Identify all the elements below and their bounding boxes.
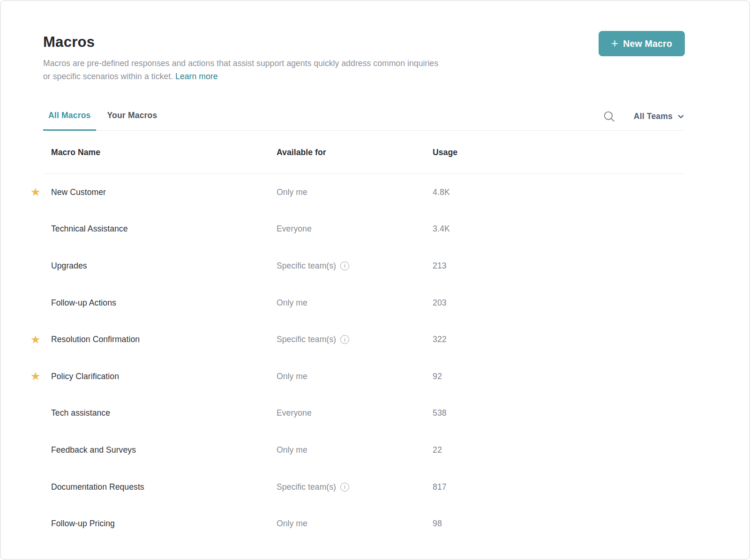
usage-cell: 92 (433, 372, 685, 381)
description-line-1: Macros are pre-defined responses and act… (43, 57, 438, 70)
available-for-value: Only me (277, 187, 308, 197)
available-for-cell: Specific team(s)i (277, 335, 433, 344)
macro-name-cell: Technical Assistance (43, 224, 277, 234)
learn-more-link[interactable]: Learn more (175, 72, 218, 81)
team-filter-value: All Teams (634, 112, 673, 121)
new-macro-button[interactable]: + New Macro (599, 31, 685, 56)
chevron-down-icon (677, 112, 685, 120)
table-row[interactable]: Tech assistanceEveryone538 (43, 395, 685, 432)
macro-name-cell: Resolution Confirmation (43, 335, 277, 344)
macros-table: Macro Name Available for Usage ★New Cust… (43, 131, 685, 542)
favorite-star-icon[interactable]: ★ (30, 334, 41, 345)
tab-all-macros[interactable]: All Macros (43, 110, 96, 131)
search-button[interactable] (603, 110, 615, 123)
available-for-value: Specific team(s) (277, 482, 336, 492)
available-for-cell: Only me (277, 445, 433, 455)
page-title: Macros (43, 34, 438, 51)
macro-name-cell: Policy Clarification (43, 372, 277, 381)
header-text-block: Macros Macros are pre-defined responses … (43, 31, 438, 83)
available-for-value: Everyone (277, 408, 312, 418)
table-row[interactable]: Feedback and SurveysOnly me22 (43, 432, 685, 469)
table-row[interactable]: ★Resolution ConfirmationSpecific team(s)… (43, 321, 685, 358)
column-header-available-for: Available for (277, 148, 433, 157)
macro-name-cell: Tech assistance (43, 408, 277, 418)
table-body: ★New CustomerOnly me4.8KTechnical Assist… (43, 174, 685, 542)
available-for-value: Specific team(s) (277, 335, 336, 344)
table-row[interactable]: ★New CustomerOnly me4.8K (43, 174, 685, 211)
usage-cell: 538 (433, 408, 685, 418)
available-for-cell: Only me (277, 372, 433, 381)
usage-cell: 98 (433, 519, 685, 529)
available-for-value: Only me (277, 372, 308, 381)
usage-cell: 22 (433, 445, 685, 455)
macro-name-cell: Upgrades (43, 261, 277, 271)
usage-cell: 203 (433, 298, 685, 308)
table-row[interactable]: ★Policy ClarificationOnly me92 (43, 358, 685, 395)
column-header-usage: Usage (433, 148, 685, 157)
usage-cell: 213 (433, 261, 685, 271)
favorite-star-icon[interactable]: ★ (30, 187, 41, 198)
toolbar-right: All Teams (603, 110, 685, 130)
page-description: Macros are pre-defined responses and act… (43, 57, 438, 83)
search-icon (603, 110, 615, 123)
table-row[interactable]: Follow-up PricingOnly me98 (43, 505, 685, 542)
info-icon[interactable]: i (340, 261, 349, 270)
available-for-cell: Everyone (277, 224, 433, 234)
toolbar: All MacrosYour Macros All Teams (43, 110, 685, 131)
usage-cell: 4.8K (433, 187, 685, 197)
macros-page: Macros Macros are pre-defined responses … (0, 0, 750, 560)
macro-name-cell: Follow-up Pricing (43, 519, 277, 529)
usage-cell: 817 (433, 482, 685, 492)
macro-name-cell: Feedback and Surveys (43, 445, 277, 455)
usage-cell: 3.4K (433, 224, 685, 234)
table-header-row: Macro Name Available for Usage (43, 131, 685, 174)
usage-cell: 322 (433, 335, 685, 344)
macro-name-cell: New Customer (43, 187, 277, 197)
available-for-cell: Only me (277, 298, 433, 308)
page-header: Macros Macros are pre-defined responses … (43, 1, 685, 83)
available-for-value: Everyone (277, 224, 312, 234)
table-row[interactable]: Documentation RequestsSpecific team(s)i8… (43, 469, 685, 506)
macro-name-cell: Follow-up Actions (43, 298, 277, 308)
plus-icon: + (611, 37, 618, 49)
column-header-macro-name: Macro Name (43, 148, 277, 157)
available-for-value: Only me (277, 445, 308, 455)
available-for-cell: Specific team(s)i (277, 482, 433, 492)
available-for-value: Only me (277, 298, 308, 308)
available-for-value: Only me (277, 519, 308, 529)
description-line-2: or specific scenarios within a ticket. (43, 72, 173, 81)
table-row[interactable]: Technical AssistanceEveryone3.4K (43, 211, 685, 248)
new-macro-button-label: New Macro (623, 38, 672, 49)
available-for-cell: Only me (277, 187, 433, 197)
tab-your-macros[interactable]: Your Macros (102, 110, 163, 131)
info-icon[interactable]: i (340, 483, 349, 492)
team-filter-dropdown[interactable]: All Teams (634, 112, 685, 121)
table-row[interactable]: Follow-up ActionsOnly me203 (43, 284, 685, 321)
tab-bar: All MacrosYour Macros (43, 110, 162, 130)
table-row[interactable]: UpgradesSpecific team(s)i213 (43, 247, 685, 284)
favorite-star-icon[interactable]: ★ (30, 371, 41, 382)
available-for-cell: Only me (277, 519, 433, 529)
available-for-value: Specific team(s) (277, 261, 336, 271)
available-for-cell: Specific team(s)i (277, 261, 433, 271)
macro-name-cell: Documentation Requests (43, 482, 277, 492)
info-icon[interactable]: i (340, 335, 349, 344)
available-for-cell: Everyone (277, 408, 433, 418)
